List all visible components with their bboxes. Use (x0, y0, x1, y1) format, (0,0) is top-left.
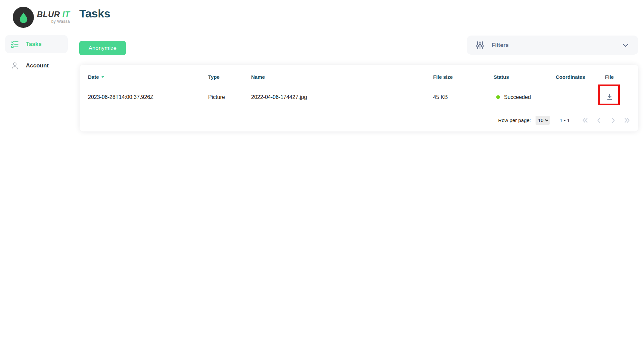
sidebar-nav: Tasks Account (5, 35, 68, 75)
brand-byline: by Wassa (37, 19, 70, 24)
cell-status: Succeeded (494, 85, 556, 109)
sidebar-item-tasks[interactable]: Tasks (5, 35, 68, 53)
cell-file (581, 85, 638, 109)
page-title: Tasks (79, 7, 110, 20)
column-header-date[interactable]: Date (80, 69, 208, 85)
cell-name: 2022-04-06-174427.jpg (251, 85, 433, 109)
status-dot (496, 95, 500, 99)
app-logo[interactable]: BLUR IT by Wassa (13, 7, 70, 28)
filters-label: Filters (492, 42, 509, 49)
cell-file-size: 45 KB (433, 85, 494, 109)
last-page-icon (623, 116, 632, 125)
anonymize-button[interactable]: Anonymize (79, 41, 126, 55)
chevron-down-icon[interactable] (621, 41, 630, 50)
status-label: Succeeded (504, 94, 531, 100)
logo-circle (13, 7, 34, 28)
brand-text: BLUR IT by Wassa (37, 7, 70, 24)
pagination-range: 1 - 1 (560, 117, 570, 123)
first-page-icon (581, 116, 589, 125)
tasks-table: Date Type Name File size Status Coordina… (80, 69, 638, 109)
first-page-button[interactable] (581, 116, 589, 125)
filters-toggle[interactable]: Filters (467, 36, 638, 55)
column-header-name: Name (251, 69, 433, 85)
brand-accent: IT (62, 10, 70, 19)
previous-page-button[interactable] (595, 116, 603, 125)
rows-per-page-select-wrap: 10 (536, 116, 550, 125)
next-page-icon (609, 116, 617, 125)
sliders-icon (475, 41, 485, 50)
download-icon (606, 93, 613, 101)
sort-desc-arrow-icon (101, 76, 104, 78)
column-header-type: Type (208, 69, 251, 85)
user-icon (10, 61, 19, 70)
rows-per-page-select[interactable]: 10 (536, 116, 550, 125)
pagination-bar: Row per page: 10 1 - 1 (80, 109, 638, 131)
cell-date: 2023-06-28T14:00:37.926Z (80, 85, 208, 109)
brand-primary: BLUR (37, 10, 60, 19)
last-page-button[interactable] (623, 116, 632, 125)
table-row: 2023-06-28T14:00:37.926Z Picture 2022-04… (80, 85, 638, 109)
download-button[interactable] (602, 90, 617, 105)
drop-icon (17, 11, 30, 24)
tasks-table-card: Date Type Name File size Status Coordina… (80, 65, 638, 131)
sidebar-item-label: Account (26, 62, 49, 69)
column-header-file: File (581, 69, 638, 85)
cell-coordinates (556, 85, 581, 109)
column-header-coordinates: Coordinates (556, 69, 581, 85)
cell-type: Picture (208, 85, 251, 109)
checklist-icon (10, 40, 19, 49)
next-page-button[interactable] (609, 116, 617, 125)
column-header-status: Status (494, 69, 556, 85)
table-header-row: Date Type Name File size Status Coordina… (80, 69, 638, 85)
sidebar-item-account[interactable]: Account (5, 56, 68, 75)
previous-page-icon (595, 116, 603, 125)
column-header-file-size: File size (433, 69, 494, 85)
column-header-label: Date (88, 74, 99, 80)
sidebar-item-label: Tasks (26, 41, 42, 48)
rows-per-page-label: Row per page: (498, 117, 531, 123)
